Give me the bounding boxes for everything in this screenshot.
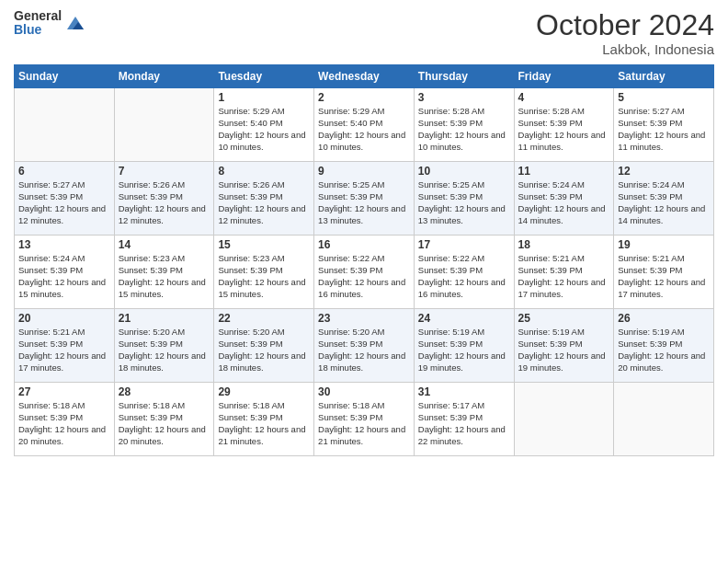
day-detail: Sunrise: 5:22 AMSunset: 5:39 PMDaylight:…: [318, 253, 410, 300]
day-detail: Sunrise: 5:18 AMSunset: 5:39 PMDaylight:…: [218, 400, 310, 447]
day-detail: Sunrise: 5:20 AMSunset: 5:39 PMDaylight:…: [218, 327, 310, 373]
day-number: 8: [218, 165, 310, 178]
calendar-cell: 31Sunrise: 5:17 AMSunset: 5:39 PMDayligh…: [414, 383, 514, 456]
day-number: 25: [518, 312, 610, 325]
day-number: 24: [418, 312, 510, 325]
calendar-cell: 12Sunrise: 5:24 AMSunset: 5:39 PMDayligh…: [614, 162, 714, 236]
calendar-cell: 13Sunrise: 5:24 AMSunset: 5:39 PMDayligh…: [15, 236, 115, 309]
day-number: 9: [318, 165, 410, 178]
calendar-cell: [514, 383, 614, 456]
calendar-cell: 21Sunrise: 5:20 AMSunset: 5:39 PMDayligh…: [114, 309, 214, 383]
calendar-cell: 22Sunrise: 5:20 AMSunset: 5:39 PMDayligh…: [214, 309, 314, 383]
day-number: 19: [618, 238, 710, 251]
day-detail: Sunrise: 5:17 AMSunset: 5:39 PMDaylight:…: [418, 400, 510, 447]
calendar-week-row: 6Sunrise: 5:27 AMSunset: 5:39 PMDaylight…: [15, 162, 714, 236]
day-number: 22: [218, 312, 310, 325]
calendar-header-row: SundayMondayTuesdayWednesdayThursdayFrid…: [15, 65, 714, 88]
day-number: 16: [318, 238, 410, 251]
day-detail: Sunrise: 5:26 AMSunset: 5:39 PMDaylight:…: [218, 179, 310, 226]
title-area: October 2024 Lakbok, Indonesia: [536, 9, 714, 57]
logo-text: General Blue: [14, 9, 62, 38]
day-detail: Sunrise: 5:18 AMSunset: 5:39 PMDaylight:…: [18, 400, 110, 447]
day-number: 23: [318, 312, 410, 325]
day-detail: Sunrise: 5:24 AMSunset: 5:39 PMDaylight:…: [618, 179, 710, 226]
calendar-cell: 29Sunrise: 5:18 AMSunset: 5:39 PMDayligh…: [214, 383, 314, 456]
calendar-week-row: 1Sunrise: 5:29 AMSunset: 5:40 PMDaylight…: [15, 88, 714, 162]
day-detail: Sunrise: 5:25 AMSunset: 5:39 PMDaylight:…: [318, 179, 410, 226]
day-number: 13: [18, 238, 110, 251]
day-number: 7: [119, 165, 210, 178]
day-detail: Sunrise: 5:19 AMSunset: 5:39 PMDaylight:…: [418, 327, 510, 373]
calendar-cell: [15, 88, 115, 162]
calendar-cell: 28Sunrise: 5:18 AMSunset: 5:39 PMDayligh…: [114, 383, 214, 456]
day-number: 26: [618, 312, 710, 325]
day-header-saturday: Saturday: [614, 65, 714, 88]
logo-blue: Blue: [14, 23, 62, 37]
day-detail: Sunrise: 5:21 AMSunset: 5:39 PMDaylight:…: [18, 327, 110, 373]
day-detail: Sunrise: 5:21 AMSunset: 5:39 PMDaylight:…: [618, 253, 710, 300]
day-number: 11: [518, 165, 610, 178]
day-detail: Sunrise: 5:20 AMSunset: 5:39 PMDaylight:…: [318, 327, 410, 373]
calendar-cell: 16Sunrise: 5:22 AMSunset: 5:39 PMDayligh…: [314, 236, 415, 309]
day-number: 6: [18, 165, 110, 178]
day-number: 28: [119, 385, 210, 398]
day-detail: Sunrise: 5:28 AMSunset: 5:39 PMDaylight:…: [518, 106, 610, 153]
day-detail: Sunrise: 5:27 AMSunset: 5:39 PMDaylight:…: [618, 106, 710, 153]
calendar-cell: 24Sunrise: 5:19 AMSunset: 5:39 PMDayligh…: [414, 309, 514, 383]
day-detail: Sunrise: 5:20 AMSunset: 5:39 PMDaylight:…: [119, 327, 210, 373]
logo-icon: [65, 13, 85, 33]
day-number: 2: [318, 91, 410, 104]
day-header-monday: Monday: [114, 65, 214, 88]
day-number: 18: [518, 238, 610, 251]
day-detail: Sunrise: 5:18 AMSunset: 5:39 PMDaylight:…: [318, 400, 410, 447]
day-number: 10: [418, 165, 510, 178]
header: General Blue October 2024 Lakbok, Indone…: [14, 9, 714, 57]
page: General Blue October 2024 Lakbok, Indone…: [0, 0, 728, 563]
calendar: SundayMondayTuesdayWednesdayThursdayFrid…: [14, 64, 714, 456]
calendar-cell: 17Sunrise: 5:22 AMSunset: 5:39 PMDayligh…: [414, 236, 514, 309]
calendar-cell: 30Sunrise: 5:18 AMSunset: 5:39 PMDayligh…: [314, 383, 415, 456]
logo: General Blue: [14, 9, 85, 38]
day-header-sunday: Sunday: [15, 65, 115, 88]
calendar-cell: 18Sunrise: 5:21 AMSunset: 5:39 PMDayligh…: [514, 236, 614, 309]
day-number: 14: [119, 238, 210, 251]
day-number: 1: [218, 91, 310, 104]
day-detail: Sunrise: 5:19 AMSunset: 5:39 PMDaylight:…: [618, 327, 710, 373]
calendar-cell: 2Sunrise: 5:29 AMSunset: 5:40 PMDaylight…: [314, 88, 415, 162]
calendar-cell: 20Sunrise: 5:21 AMSunset: 5:39 PMDayligh…: [15, 309, 115, 383]
month-title: October 2024: [536, 9, 714, 41]
location: Lakbok, Indonesia: [536, 41, 714, 57]
calendar-cell: 27Sunrise: 5:18 AMSunset: 5:39 PMDayligh…: [15, 383, 115, 456]
calendar-cell: 25Sunrise: 5:19 AMSunset: 5:39 PMDayligh…: [514, 309, 614, 383]
day-detail: Sunrise: 5:23 AMSunset: 5:39 PMDaylight:…: [119, 253, 210, 300]
day-number: 15: [218, 238, 310, 251]
day-number: 5: [618, 91, 710, 104]
calendar-cell: 23Sunrise: 5:20 AMSunset: 5:39 PMDayligh…: [314, 309, 415, 383]
calendar-cell: 15Sunrise: 5:23 AMSunset: 5:39 PMDayligh…: [214, 236, 314, 309]
day-header-tuesday: Tuesday: [214, 65, 314, 88]
day-detail: Sunrise: 5:25 AMSunset: 5:39 PMDaylight:…: [418, 179, 510, 226]
day-number: 31: [418, 385, 510, 398]
day-detail: Sunrise: 5:19 AMSunset: 5:39 PMDaylight:…: [518, 327, 610, 373]
day-detail: Sunrise: 5:22 AMSunset: 5:39 PMDaylight:…: [418, 253, 510, 300]
calendar-cell: 1Sunrise: 5:29 AMSunset: 5:40 PMDaylight…: [214, 88, 314, 162]
calendar-cell: 9Sunrise: 5:25 AMSunset: 5:39 PMDaylight…: [314, 162, 415, 236]
calendar-cell: 14Sunrise: 5:23 AMSunset: 5:39 PMDayligh…: [114, 236, 214, 309]
day-number: 27: [18, 385, 110, 398]
day-detail: Sunrise: 5:21 AMSunset: 5:39 PMDaylight:…: [518, 253, 610, 300]
day-detail: Sunrise: 5:27 AMSunset: 5:39 PMDaylight:…: [18, 179, 110, 226]
day-number: 4: [518, 91, 610, 104]
day-detail: Sunrise: 5:23 AMSunset: 5:39 PMDaylight:…: [218, 253, 310, 300]
logo-general: General: [14, 9, 62, 23]
day-header-thursday: Thursday: [414, 65, 514, 88]
day-number: 29: [218, 385, 310, 398]
calendar-cell: 3Sunrise: 5:28 AMSunset: 5:39 PMDaylight…: [414, 88, 514, 162]
day-header-wednesday: Wednesday: [314, 65, 415, 88]
day-detail: Sunrise: 5:24 AMSunset: 5:39 PMDaylight:…: [518, 179, 610, 226]
calendar-cell: 7Sunrise: 5:26 AMSunset: 5:39 PMDaylight…: [114, 162, 214, 236]
day-detail: Sunrise: 5:26 AMSunset: 5:39 PMDaylight:…: [119, 179, 210, 226]
calendar-week-row: 13Sunrise: 5:24 AMSunset: 5:39 PMDayligh…: [15, 236, 714, 309]
calendar-cell: 19Sunrise: 5:21 AMSunset: 5:39 PMDayligh…: [614, 236, 714, 309]
day-number: 3: [418, 91, 510, 104]
calendar-cell: [614, 383, 714, 456]
